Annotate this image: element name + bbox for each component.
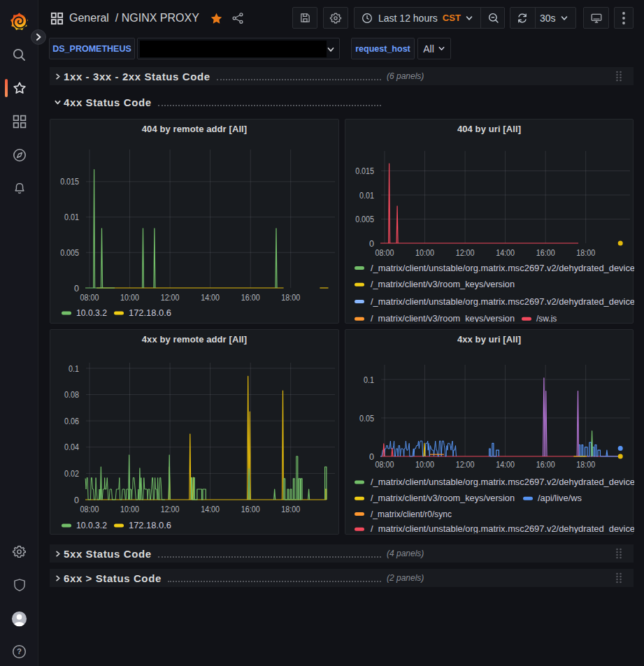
svg-text:0.1: 0.1 (69, 364, 79, 374)
svg-text:16:00: 16:00 (536, 248, 555, 258)
svg-text:14:00: 14:00 (201, 293, 220, 303)
svg-text:14:00: 14:00 (201, 505, 220, 514)
svg-text:0.005: 0.005 (355, 215, 374, 224)
svg-text:0: 0 (369, 239, 374, 249)
svg-text:0.015: 0.015 (355, 166, 374, 176)
svg-text:/_matrix/client/unstable/org.m: /_matrix/client/unstable/org.matrix.msc2… (371, 524, 634, 533)
svg-text:12:00: 12:00 (456, 248, 475, 258)
svg-text:0: 0 (74, 495, 79, 505)
svg-text:172.18.0.6: 172.18.0.6 (129, 308, 171, 318)
svg-text:08:00: 08:00 (80, 293, 99, 303)
svg-text:/_matrix/client/unstable/org.m: /_matrix/client/unstable/org.matrix.msc2… (371, 477, 634, 487)
svg-text:/_matrix/client/unstable/org.m: /_matrix/client/unstable/org.matrix.msc2… (371, 263, 634, 273)
svg-text:0.015: 0.015 (60, 177, 79, 187)
svg-text:14:00: 14:00 (496, 460, 515, 470)
svg-text:0.005: 0.005 (60, 248, 79, 258)
svg-text:172.18.0.6: 172.18.0.6 (129, 521, 171, 530)
svg-text:0.05: 0.05 (359, 414, 374, 424)
svg-text:08:00: 08:00 (375, 460, 394, 470)
svg-text:10.0.3.2: 10.0.3.2 (76, 308, 107, 318)
svg-text:?: ? (17, 647, 22, 656)
svg-text:12:00: 12:00 (161, 293, 180, 303)
svg-text:0.08: 0.08 (64, 390, 79, 400)
svg-text:0.02: 0.02 (64, 469, 79, 479)
svg-text:08:00: 08:00 (80, 505, 99, 514)
svg-text:/_matrix/client/v3/room_keys/v: /_matrix/client/v3/room_keys/version (371, 493, 515, 503)
svg-text:/_matrix/client/r0/sync: /_matrix/client/r0/sync (371, 509, 452, 519)
svg-text:10:00: 10:00 (415, 460, 434, 470)
svg-text:10:00: 10:00 (415, 248, 434, 258)
svg-text:14:00: 14:00 (496, 248, 515, 258)
svg-text:0: 0 (369, 452, 374, 462)
svg-text:16:00: 16:00 (536, 460, 555, 470)
svg-text:/sw.js: /sw.js (536, 314, 557, 322)
svg-text:0: 0 (74, 284, 79, 294)
svg-text:/_matrix/client/v3/room_keys/v: /_matrix/client/v3/room_keys/version (371, 280, 515, 289)
svg-text:16:00: 16:00 (241, 293, 260, 303)
svg-text:0.1: 0.1 (364, 375, 374, 385)
svg-text:0.01: 0.01 (359, 191, 374, 201)
svg-text:08:00: 08:00 (375, 248, 394, 258)
svg-text:18:00: 18:00 (576, 248, 595, 258)
svg-text:/api/live/ws: /api/live/ws (538, 493, 582, 503)
svg-text:10:00: 10:00 (120, 505, 139, 514)
svg-text:0.06: 0.06 (64, 417, 79, 426)
svg-text:10:00: 10:00 (120, 293, 139, 303)
svg-text:16:00: 16:00 (241, 505, 260, 514)
svg-text:/_matrix/client/v3/room_keys/v: /_matrix/client/v3/room_keys/version (371, 314, 515, 322)
svg-text:18:00: 18:00 (576, 460, 595, 470)
svg-text:18:00: 18:00 (281, 293, 300, 303)
svg-text:0.04: 0.04 (64, 442, 79, 452)
svg-text:18:00: 18:00 (281, 505, 300, 514)
svg-text:0.01: 0.01 (64, 212, 79, 222)
svg-text:12:00: 12:00 (456, 460, 475, 470)
svg-text:/_matrix/client/unstable/org.m: /_matrix/client/unstable/org.matrix.msc2… (371, 297, 634, 307)
svg-text:10.0.3.2: 10.0.3.2 (76, 521, 107, 530)
svg-text:12:00: 12:00 (161, 505, 180, 514)
